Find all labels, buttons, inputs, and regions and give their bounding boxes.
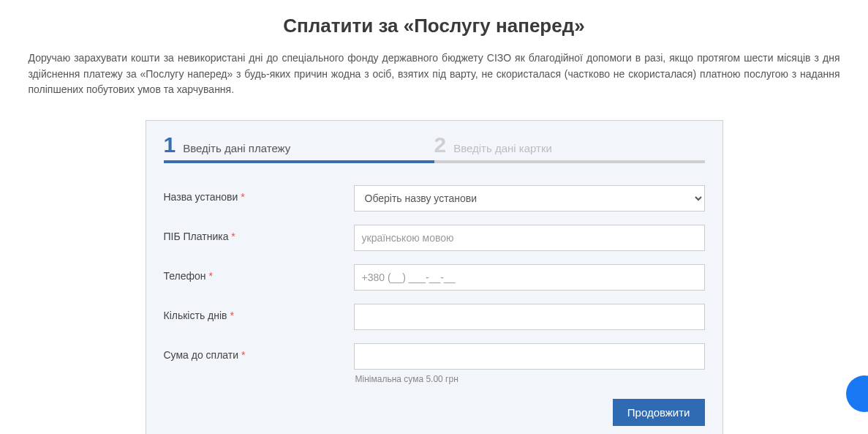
step-payment-data[interactable]: 1 Введіть дані платежу <box>164 134 434 163</box>
phone-input[interactable] <box>354 264 705 291</box>
step1-number: 1 <box>164 134 176 156</box>
continue-button[interactable]: Продовжити <box>613 399 705 426</box>
amount-input[interactable] <box>354 343 705 370</box>
amount-hint: Мінімальна сума 5.00 грн <box>354 374 705 384</box>
payer-name-input[interactable] <box>354 225 705 251</box>
amount-label: Сума до сплати * <box>164 343 354 361</box>
page-title: Сплатити за «Послугу наперед» <box>29 15 840 37</box>
payer-name-label: ПІБ Платника * <box>164 225 354 242</box>
step-card-data[interactable]: 2 Введіть дані картки <box>434 134 705 163</box>
phone-label: Телефон * <box>164 264 354 282</box>
step1-label: Введіть дані платежу <box>183 142 290 154</box>
step2-number: 2 <box>434 134 447 156</box>
institution-label: Назва установи * <box>164 185 354 203</box>
days-input[interactable] <box>354 304 705 330</box>
steps-nav: 1 Введіть дані платежу 2 Введіть дані ка… <box>164 134 705 163</box>
institution-select[interactable]: Оберіть назву установи <box>354 185 705 212</box>
days-label: Кількість днів * <box>164 304 354 321</box>
intro-text: Доручаю зарахувати кошти за невикористан… <box>29 50 840 98</box>
step2-label: Введіть дані картки <box>453 142 552 154</box>
payment-form-panel: 1 Введіть дані платежу 2 Введіть дані ка… <box>146 120 723 434</box>
